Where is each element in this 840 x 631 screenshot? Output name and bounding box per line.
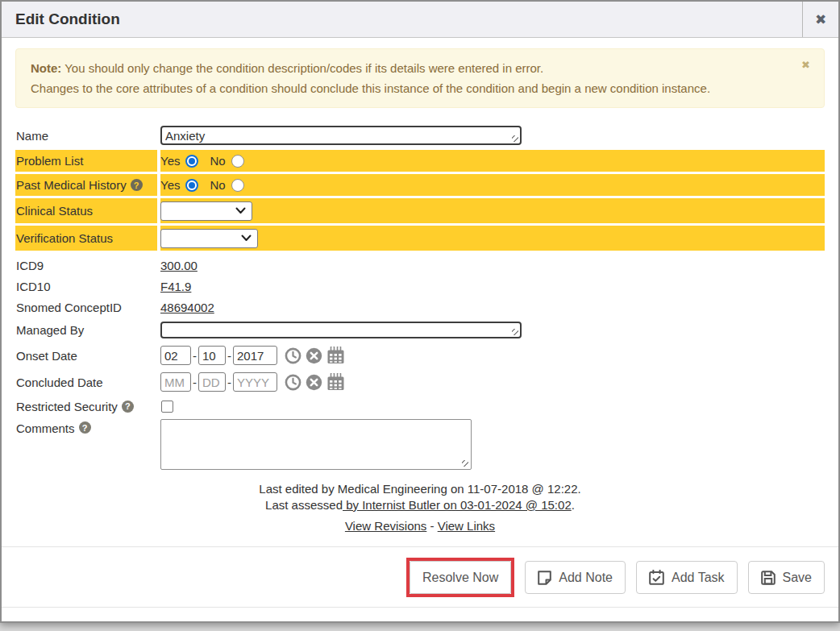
add-note-button[interactable]: Add Note xyxy=(525,561,626,594)
last-assessed-prefix: Last assessed xyxy=(265,498,343,512)
save-button[interactable]: Save xyxy=(748,561,825,594)
concluded-date-label: Concluded Date xyxy=(15,370,157,394)
view-links-line: View Revisions - View Links xyxy=(15,518,825,533)
date-separator: - xyxy=(193,376,197,389)
concluded-month-input[interactable] xyxy=(160,372,191,392)
note-line1: Note: You should only change the conditi… xyxy=(31,58,788,78)
date-separator: - xyxy=(227,349,231,363)
note-banner: Note: You should only change the conditi… xyxy=(15,48,825,108)
clinical-status-select[interactable] xyxy=(160,201,252,221)
close-button[interactable]: ✖ xyxy=(802,2,838,37)
last-assessed-link[interactable]: by Internist Butler on 03-01-2024 @ 15:0… xyxy=(343,498,572,512)
row-name: Name xyxy=(15,123,825,147)
past-medical-history-label: Past Medical History xyxy=(16,178,127,192)
last-assessed-suffix: . xyxy=(572,498,575,512)
last-assessed-text: Last assessed by Internist Butler on 03-… xyxy=(15,497,825,513)
onset-year-input[interactable] xyxy=(233,346,277,365)
icd10-label: ICD10 xyxy=(15,276,157,297)
row-icd9: ICD9 300.00 xyxy=(15,255,825,276)
help-icon[interactable]: ? xyxy=(79,421,91,434)
row-restricted-security: Restricted Security ? xyxy=(15,396,825,416)
edit-condition-dialog: Edit Condition ✖ Note: You should only c… xyxy=(0,0,840,623)
problem-list-yes-radio[interactable] xyxy=(185,155,198,168)
date-separator: - xyxy=(193,349,197,363)
note-icon xyxy=(538,571,551,585)
icd9-label: ICD9 xyxy=(15,255,157,276)
clear-date-icon[interactable] xyxy=(306,347,322,364)
row-icd10: ICD10 F41.9 xyxy=(15,276,825,297)
clear-date-icon[interactable] xyxy=(306,374,322,391)
problem-list-label: Problem List xyxy=(15,150,157,172)
icd9-link[interactable]: 300.00 xyxy=(160,259,198,272)
footer-bar: Resolve Now Add Note Add Task Save xyxy=(2,547,838,607)
note-line2: Changes to the core attributes of a cond… xyxy=(31,78,788,98)
pmh-yes-label: Yes xyxy=(160,178,180,192)
date-separator: - xyxy=(227,376,231,389)
clock-icon[interactable] xyxy=(285,347,301,364)
chevron-down-icon xyxy=(235,207,246,214)
managed-by-label: Managed By xyxy=(15,318,157,341)
resolve-now-button[interactable]: Resolve Now xyxy=(410,561,511,594)
concluded-year-input[interactable] xyxy=(233,372,277,392)
add-task-label: Add Task xyxy=(672,571,725,585)
dialog-header: Edit Condition ✖ xyxy=(2,2,838,38)
row-problem-list: Problem List Yes No xyxy=(15,150,825,172)
managed-by-input[interactable] xyxy=(160,322,522,338)
note-line1-text: You should only change the condition des… xyxy=(61,61,543,75)
add-task-button[interactable]: Add Task xyxy=(636,561,738,594)
snomed-link[interactable]: 48694002 xyxy=(160,301,214,314)
note-prefix: Note: xyxy=(31,61,61,75)
footer-divider-bottom xyxy=(2,607,838,608)
snomed-label: Snomed ConceptID xyxy=(15,297,157,318)
restricted-security-checkbox[interactable] xyxy=(161,401,173,413)
clock-icon[interactable] xyxy=(285,374,301,391)
row-onset-date: Onset Date - - xyxy=(15,343,825,367)
row-verification-status: Verification Status xyxy=(15,226,825,251)
pmh-no-label: No xyxy=(210,178,225,192)
calendar-icon[interactable] xyxy=(326,373,345,391)
restricted-security-label: Restricted Security xyxy=(16,400,118,413)
onset-date-label: Onset Date xyxy=(15,343,157,367)
verification-status-label: Verification Status xyxy=(15,226,157,251)
verification-status-select[interactable] xyxy=(160,229,258,248)
problem-list-no-label: No xyxy=(210,154,225,168)
status-block: Last edited by Medical Engineering on 11… xyxy=(15,481,825,533)
chevron-down-icon xyxy=(241,235,252,242)
help-icon[interactable]: ? xyxy=(131,179,143,191)
problem-list-yes-label: Yes xyxy=(160,154,180,168)
concluded-day-input[interactable] xyxy=(198,372,226,392)
pmh-yes-radio[interactable] xyxy=(185,179,198,192)
row-clinical-status: Clinical Status xyxy=(15,198,825,223)
clinical-status-label: Clinical Status xyxy=(15,198,157,223)
name-input[interactable] xyxy=(160,126,522,145)
row-past-medical-history: Past Medical History ? Yes No xyxy=(15,174,825,196)
row-managed-by: Managed By xyxy=(15,318,825,341)
resolve-now-label: Resolve Now xyxy=(422,571,498,585)
close-icon: ✖ xyxy=(815,11,826,28)
last-edited-text: Last edited by Medical Engineering on 11… xyxy=(15,481,825,496)
view-separator: - xyxy=(426,519,437,533)
icd10-link[interactable]: F41.9 xyxy=(160,280,191,293)
save-label: Save xyxy=(783,571,812,585)
comments-textarea[interactable] xyxy=(160,419,472,470)
resolve-now-annotation-highlight: Resolve Now xyxy=(406,558,514,597)
row-comments: Comments ? xyxy=(15,419,825,470)
dialog-title: Edit Condition xyxy=(2,2,802,37)
calendar-icon[interactable] xyxy=(326,347,345,364)
task-calendar-icon xyxy=(649,570,664,585)
onset-month-input[interactable] xyxy=(160,346,191,365)
help-icon[interactable]: ? xyxy=(122,401,134,413)
row-snomed: Snomed ConceptID 48694002 xyxy=(15,297,825,318)
pmh-no-radio[interactable] xyxy=(231,179,244,192)
row-concluded-date: Concluded Date - - xyxy=(15,370,825,394)
view-revisions-link[interactable]: View Revisions xyxy=(345,519,426,533)
add-note-label: Add Note xyxy=(559,571,613,585)
problem-list-no-radio[interactable] xyxy=(231,155,244,168)
onset-day-input[interactable] xyxy=(198,346,226,365)
save-icon xyxy=(761,571,776,585)
name-label: Name xyxy=(15,123,157,147)
comments-label: Comments xyxy=(16,421,75,435)
view-links-link[interactable]: View Links xyxy=(438,519,495,533)
note-dismiss-icon[interactable]: ✖ xyxy=(801,60,810,70)
